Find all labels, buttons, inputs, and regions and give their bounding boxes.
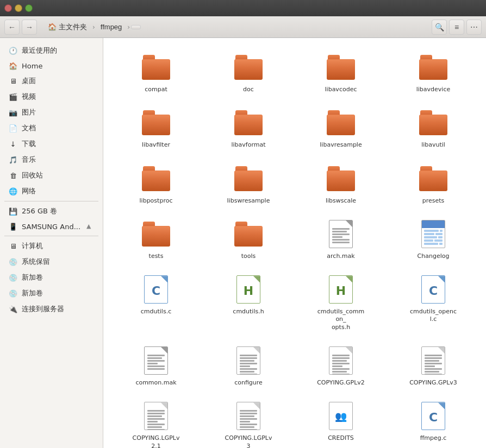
breadcrumb-ffmpeg[interactable]: ffmpeg [96,21,127,33]
sidebar-item-volume256[interactable]: 💾 256 GB 卷 [2,204,101,219]
file-item-name: COPYING.LGPLv3 [224,434,273,448]
file-item[interactable]: COPYING.GPLv3 [389,340,477,391]
file-item[interactable]: COPYING.LGPLv2.1 [112,395,200,448]
file-item-name: libavutil [421,141,445,149]
file-item-name: arch.mak [327,253,354,260]
sidebar-item-trash-label: 回收站 [22,171,94,180]
breadcrumb-home[interactable]: 🏠 主文件夹 [43,21,91,34]
computer-icon: 🖥 [9,242,17,250]
sidebar-item-home[interactable]: 🏠 Home [2,59,101,73]
network-icon: 🌐 [9,187,17,195]
sidebar-item-samsung-label: SAMSUNG And... [22,223,82,231]
file-icon [232,106,265,139]
forward-icon: → [26,23,33,31]
sidebar-item-music-label: 音乐 [22,155,94,165]
file-item-name: libavresample [320,141,362,149]
sidebar-item-documents[interactable]: 📄 文档 [2,121,101,136]
maximize-button[interactable] [25,4,33,12]
file-item[interactable]: libavfilter [112,102,200,153]
sidebar-item-pictures-label: 图片 [22,108,94,117]
file-item[interactable]: common.mak [112,340,200,391]
sidebar-item-computer[interactable]: 🖥 计算机 [2,238,101,254]
downloads-icon: ↓ [9,140,17,148]
file-item[interactable]: H cmdutils_common_ opts.h [297,269,385,336]
file-item[interactable]: libswscale [297,158,385,209]
file-item[interactable]: presets [389,158,477,209]
breadcrumb-ffmpeg-label: ffmpeg [101,23,122,31]
sidebar-item-computer-label: 计算机 [22,241,94,251]
sidebar-item-connect[interactable]: 🔌 连接到服务器 [2,301,101,317]
back-button[interactable]: ← [4,20,20,35]
breadcrumb-current[interactable] [131,25,141,29]
sidebar-item-newvol1[interactable]: 💿 新加卷 [2,270,101,285]
file-item[interactable]: libpostproc [112,158,200,209]
file-item[interactable]: C ffmpeg.c [389,395,477,448]
file-item-name: cmdutils_common_ opts.h [316,308,365,331]
sidebar-item-trash[interactable]: 🗑 回收站 [2,168,101,183]
file-item-name: libpostproc [140,197,173,205]
file-icon [325,162,357,195]
system-icon: 💿 [9,257,17,266]
sidebar-item-downloads[interactable]: ↓ 下载 [2,136,101,152]
home-sidebar-icon: 🏠 [9,61,17,70]
file-icon: C [417,400,450,432]
forward-button[interactable]: → [22,20,37,35]
file-icon [140,218,172,250]
file-item[interactable]: libavcodec [297,47,385,98]
sidebar-item-newvol2[interactable]: 💿 新加卷 [2,286,101,301]
search-button[interactable]: 🔍 [432,20,447,35]
sidebar-item-volume256-label: 256 GB 卷 [22,206,94,216]
file-icon [325,51,357,84]
list-view-button[interactable]: ≡ [449,20,464,35]
file-item[interactable]: 👥 CREDITS [297,395,385,448]
file-icon [325,218,357,250]
file-grid: compatdoclibavcodeclibavdevicelibavfilte… [112,47,477,448]
file-item[interactable]: tools [204,213,292,264]
file-item[interactable]: libavformat [204,102,292,153]
file-item[interactable]: C cmdutils.c [112,269,200,336]
sidebar-divider-2 [4,236,98,236]
file-item[interactable]: COPYING.GPLv2 [297,340,385,391]
sidebar-item-recent-label: 最近使用的 [22,46,94,55]
file-item-name: cmdutils.h [233,308,264,316]
samsung-icon: 📱 [9,222,17,231]
file-item[interactable]: doc [204,47,292,98]
sidebar-item-video[interactable]: 🎬 视频 [2,89,101,104]
file-item-name: doc [243,86,254,93]
file-item[interactable]: compat [112,47,200,98]
file-item-name: libswscale [326,197,356,205]
file-item[interactable]: libavresample [297,102,385,153]
file-item[interactable]: tests [112,213,200,264]
file-icon: 👥 [325,400,357,432]
sidebar-item-system[interactable]: 💿 系统保留 [2,254,101,269]
sidebar-item-recent[interactable]: 🕐 最近使用的 [2,43,101,58]
file-item[interactable]: libswresample [204,158,292,209]
sidebar-item-network[interactable]: 🌐 网络 [2,184,101,199]
grid-view-button[interactable]: ⋯ [466,20,482,35]
file-item-name: tests [149,253,164,260]
file-item[interactable]: arch.mak [297,213,385,264]
sidebar-item-samsung[interactable]: 📱 SAMSUNG And... ▲ [2,219,101,234]
file-item[interactable]: libavdevice [389,47,477,98]
minimize-button[interactable] [15,4,22,12]
file-icon: H [232,273,265,306]
sidebar-divider-1 [4,201,98,201]
file-item-name: compat [145,86,167,93]
list-view-icon: ≡ [454,23,459,31]
sidebar-item-pictures[interactable]: 📷 图片 [2,105,101,120]
file-icon [232,51,265,84]
back-icon: ← [8,23,16,31]
file-icon: C [417,273,450,306]
file-item[interactable]: H cmdutils.h [204,269,292,336]
file-icon: H [325,273,357,306]
file-item[interactable]: configure [204,340,292,391]
close-button[interactable] [4,4,12,12]
file-item-name: Changelog [418,253,450,260]
eject-icon[interactable]: ▲ [86,223,94,230]
file-item[interactable]: C cmdutils_opencl.c [389,269,477,336]
file-item[interactable]: libavutil [389,102,477,153]
sidebar-item-desktop[interactable]: 🖥 桌面 [2,73,101,89]
file-item[interactable]: COPYING.LGPLv3 [204,395,292,448]
sidebar-item-music[interactable]: 🎵 音乐 [2,152,101,167]
file-item[interactable]: Changelog [389,213,477,264]
